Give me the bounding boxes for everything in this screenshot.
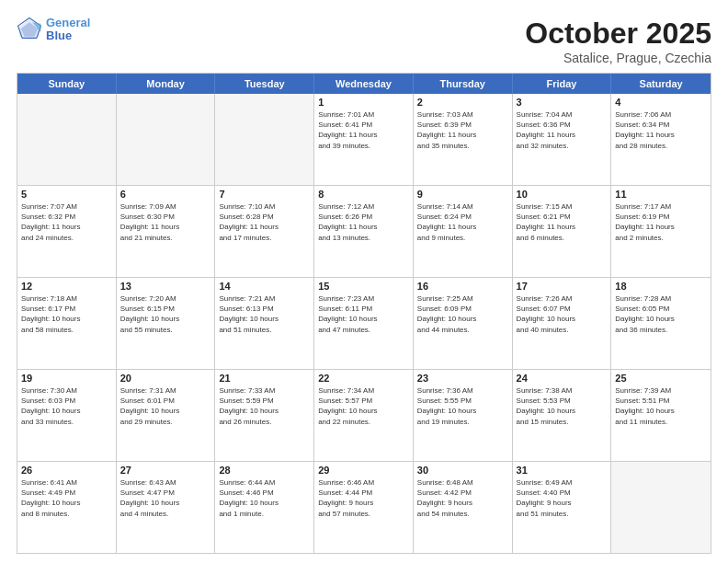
calendar-cell: 21Sunrise: 7:33 AM Sunset: 5:59 PM Dayli… (215, 370, 314, 461)
day-of-week-header: Sunday (17, 74, 117, 94)
day-info: Sunrise: 6:46 AM Sunset: 4:44 PM Dayligh… (318, 477, 409, 519)
calendar-cell: 29Sunrise: 6:46 AM Sunset: 4:44 PM Dayli… (314, 462, 414, 553)
calendar-cell: 22Sunrise: 7:34 AM Sunset: 5:57 PM Dayli… (314, 370, 414, 461)
day-info: Sunrise: 7:36 AM Sunset: 5:55 PM Dayligh… (417, 385, 508, 427)
day-number: 4 (615, 97, 707, 108)
day-number: 1 (318, 97, 409, 108)
day-number: 13 (120, 281, 211, 292)
calendar-row: 26Sunrise: 6:41 AM Sunset: 4:49 PM Dayli… (17, 462, 711, 553)
day-number: 23 (417, 373, 508, 384)
day-info: Sunrise: 7:01 AM Sunset: 6:41 PM Dayligh… (318, 109, 409, 151)
day-info: Sunrise: 7:14 AM Sunset: 6:24 PM Dayligh… (417, 201, 508, 243)
logo: General Blue (17, 17, 90, 43)
day-number: 2 (417, 97, 508, 108)
day-info: Sunrise: 7:07 AM Sunset: 6:32 PM Dayligh… (21, 201, 112, 243)
day-number: 27 (120, 465, 211, 476)
day-number: 30 (417, 465, 508, 476)
calendar-cell (117, 94, 216, 185)
calendar-cell: 7Sunrise: 7:10 AM Sunset: 6:28 PM Daylig… (215, 186, 314, 277)
day-info: Sunrise: 7:39 AM Sunset: 5:51 PM Dayligh… (615, 385, 707, 427)
calendar-row: 1Sunrise: 7:01 AM Sunset: 6:41 PM Daylig… (17, 94, 711, 186)
day-info: Sunrise: 6:48 AM Sunset: 4:42 PM Dayligh… (417, 477, 508, 519)
calendar-cell: 10Sunrise: 7:15 AM Sunset: 6:21 PM Dayli… (513, 186, 612, 277)
calendar-cell (17, 94, 117, 185)
calendar-cell: 30Sunrise: 6:48 AM Sunset: 4:42 PM Dayli… (414, 462, 513, 553)
day-number: 8 (318, 189, 409, 200)
day-info: Sunrise: 6:49 AM Sunset: 4:40 PM Dayligh… (517, 477, 608, 519)
day-number: 24 (517, 373, 608, 384)
calendar-cell: 20Sunrise: 7:31 AM Sunset: 6:01 PM Dayli… (117, 370, 216, 461)
calendar-cell: 8Sunrise: 7:12 AM Sunset: 6:26 PM Daylig… (314, 186, 414, 277)
day-info: Sunrise: 7:23 AM Sunset: 6:11 PM Dayligh… (318, 293, 409, 335)
day-number: 25 (615, 373, 707, 384)
calendar-cell: 25Sunrise: 7:39 AM Sunset: 5:51 PM Dayli… (611, 370, 711, 461)
calendar-header: SundayMondayTuesdayWednesdayThursdayFrid… (17, 74, 711, 94)
day-of-week-header: Tuesday (215, 74, 314, 94)
day-info: Sunrise: 7:18 AM Sunset: 6:17 PM Dayligh… (21, 293, 112, 335)
day-info: Sunrise: 7:38 AM Sunset: 5:53 PM Dayligh… (517, 385, 608, 427)
day-number: 29 (318, 465, 409, 476)
day-number: 12 (21, 281, 112, 292)
calendar-cell: 28Sunrise: 6:44 AM Sunset: 4:46 PM Dayli… (215, 462, 314, 553)
calendar-cell: 23Sunrise: 7:36 AM Sunset: 5:55 PM Dayli… (414, 370, 513, 461)
location: Satalice, Prague, Czechia (525, 51, 711, 65)
calendar-cell: 1Sunrise: 7:01 AM Sunset: 6:41 PM Daylig… (314, 94, 414, 185)
day-number: 16 (417, 281, 508, 292)
day-info: Sunrise: 6:43 AM Sunset: 4:47 PM Dayligh… (120, 477, 211, 519)
header: General Blue October 2025 Satalice, Prag… (17, 17, 711, 65)
calendar-cell: 18Sunrise: 7:28 AM Sunset: 6:05 PM Dayli… (611, 278, 711, 369)
calendar-row: 19Sunrise: 7:30 AM Sunset: 6:03 PM Dayli… (17, 370, 711, 462)
day-info: Sunrise: 7:10 AM Sunset: 6:28 PM Dayligh… (219, 201, 310, 243)
day-info: Sunrise: 6:44 AM Sunset: 4:46 PM Dayligh… (219, 477, 310, 519)
page: General Blue October 2025 Satalice, Prag… (0, 0, 728, 563)
calendar-cell: 9Sunrise: 7:14 AM Sunset: 6:24 PM Daylig… (414, 186, 513, 277)
day-info: Sunrise: 7:09 AM Sunset: 6:30 PM Dayligh… (120, 201, 211, 243)
calendar-row: 12Sunrise: 7:18 AM Sunset: 6:17 PM Dayli… (17, 278, 711, 370)
calendar-cell (215, 94, 314, 185)
day-of-week-header: Monday (117, 74, 216, 94)
calendar-cell: 31Sunrise: 6:49 AM Sunset: 4:40 PM Dayli… (513, 462, 612, 553)
day-info: Sunrise: 7:04 AM Sunset: 6:36 PM Dayligh… (517, 109, 608, 151)
day-info: Sunrise: 7:21 AM Sunset: 6:13 PM Dayligh… (219, 293, 310, 335)
day-number: 21 (219, 373, 310, 384)
month-title: October 2025 (525, 17, 711, 51)
day-number: 18 (615, 281, 707, 292)
calendar-cell: 24Sunrise: 7:38 AM Sunset: 5:53 PM Dayli… (513, 370, 612, 461)
day-info: Sunrise: 7:26 AM Sunset: 6:07 PM Dayligh… (517, 293, 608, 335)
calendar-cell (611, 462, 711, 553)
calendar-cell: 15Sunrise: 7:23 AM Sunset: 6:11 PM Dayli… (314, 278, 414, 369)
calendar-cell: 12Sunrise: 7:18 AM Sunset: 6:17 PM Dayli… (17, 278, 117, 369)
calendar-cell: 11Sunrise: 7:17 AM Sunset: 6:19 PM Dayli… (611, 186, 711, 277)
day-info: Sunrise: 7:12 AM Sunset: 6:26 PM Dayligh… (318, 201, 409, 243)
day-number: 7 (219, 189, 310, 200)
day-info: Sunrise: 6:41 AM Sunset: 4:49 PM Dayligh… (21, 477, 112, 519)
day-number: 10 (517, 189, 608, 200)
day-number: 15 (318, 281, 409, 292)
day-info: Sunrise: 7:17 AM Sunset: 6:19 PM Dayligh… (615, 201, 707, 243)
day-info: Sunrise: 7:33 AM Sunset: 5:59 PM Dayligh… (219, 385, 310, 427)
day-info: Sunrise: 7:34 AM Sunset: 5:57 PM Dayligh… (318, 385, 409, 427)
calendar-body: 1Sunrise: 7:01 AM Sunset: 6:41 PM Daylig… (17, 94, 711, 553)
day-number: 14 (219, 281, 310, 292)
day-number: 11 (615, 189, 707, 200)
day-number: 5 (21, 189, 112, 200)
calendar-cell: 26Sunrise: 6:41 AM Sunset: 4:49 PM Dayli… (17, 462, 117, 553)
calendar-cell: 3Sunrise: 7:04 AM Sunset: 6:36 PM Daylig… (513, 94, 612, 185)
day-info: Sunrise: 7:15 AM Sunset: 6:21 PM Dayligh… (517, 201, 608, 243)
day-info: Sunrise: 7:30 AM Sunset: 6:03 PM Dayligh… (21, 385, 112, 427)
calendar-cell: 17Sunrise: 7:26 AM Sunset: 6:07 PM Dayli… (513, 278, 612, 369)
calendar-cell: 5Sunrise: 7:07 AM Sunset: 6:32 PM Daylig… (17, 186, 117, 277)
day-of-week-header: Thursday (414, 74, 513, 94)
day-info: Sunrise: 7:25 AM Sunset: 6:09 PM Dayligh… (417, 293, 508, 335)
day-number: 28 (219, 465, 310, 476)
calendar-cell: 14Sunrise: 7:21 AM Sunset: 6:13 PM Dayli… (215, 278, 314, 369)
day-number: 3 (517, 97, 608, 108)
calendar-cell: 19Sunrise: 7:30 AM Sunset: 6:03 PM Dayli… (17, 370, 117, 461)
calendar-cell: 13Sunrise: 7:20 AM Sunset: 6:15 PM Dayli… (117, 278, 216, 369)
calendar-cell: 4Sunrise: 7:06 AM Sunset: 6:34 PM Daylig… (611, 94, 711, 185)
calendar-row: 5Sunrise: 7:07 AM Sunset: 6:32 PM Daylig… (17, 186, 711, 278)
day-number: 9 (417, 189, 508, 200)
day-info: Sunrise: 7:03 AM Sunset: 6:39 PM Dayligh… (417, 109, 508, 151)
day-number: 19 (21, 373, 112, 384)
logo-text: General Blue (46, 17, 90, 43)
